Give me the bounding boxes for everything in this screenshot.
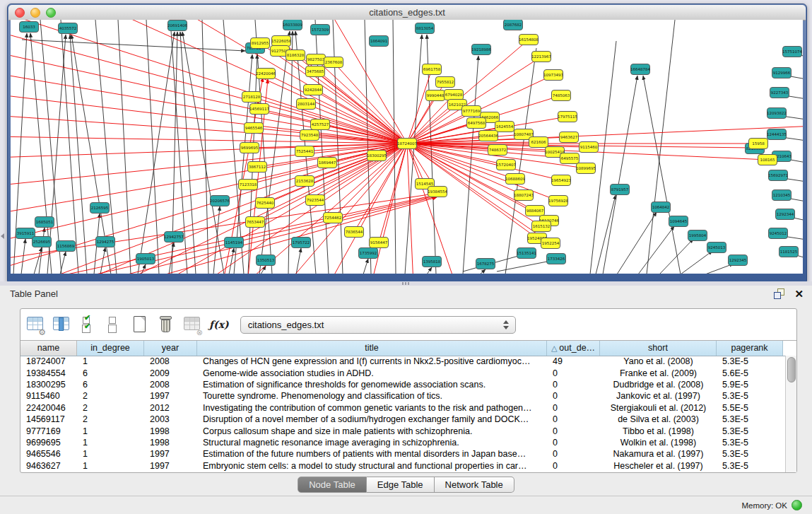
graph-node[interactable]: 9245012 bbox=[769, 228, 788, 239]
graph-node[interactable]: 10973493 bbox=[543, 70, 563, 81]
graph-node[interactable]: 9827503 bbox=[307, 54, 326, 65]
graph-node[interactable]: 6495575 bbox=[560, 153, 579, 164]
graph-node[interactable]: 4035572 bbox=[59, 23, 78, 34]
unselect-all-icon[interactable] bbox=[105, 315, 123, 334]
graph-node[interactable]: 9463627 bbox=[560, 132, 579, 143]
graph-node[interactable]: 9465546 bbox=[245, 123, 264, 134]
graph-node[interactable]: 18300295 bbox=[367, 151, 387, 161]
graph-node[interactable]: 7955812 bbox=[436, 77, 455, 88]
graph-node[interactable]: 7923548 bbox=[300, 130, 319, 141]
graph-node[interactable]: 6961758 bbox=[423, 64, 442, 75]
graph-node[interactable]: 10688609 bbox=[505, 174, 525, 185]
graph-node[interactable]: 19218986 bbox=[471, 45, 491, 55]
graph-node[interactable]: 7525441 bbox=[295, 146, 314, 157]
graph-node[interactable]: 16154808 bbox=[519, 35, 539, 45]
graph-node[interactable]: 15226058 bbox=[271, 36, 291, 47]
column-header-short[interactable]: short bbox=[600, 341, 717, 356]
graph-node[interactable]: 19756928 bbox=[548, 196, 568, 206]
graph-node[interactable]: 2803144 bbox=[297, 99, 316, 110]
graph-node[interactable]: 15751074 bbox=[782, 47, 802, 57]
graph-node[interactable]: 6497568 bbox=[467, 118, 486, 129]
table-row[interactable]: 2242004622012Investigating the contribut… bbox=[20, 402, 786, 414]
graph-node[interactable]: 9245013 bbox=[707, 243, 726, 253]
table-row[interactable]: 1872400712008Changes of HCN gene express… bbox=[20, 356, 786, 367]
graph-node[interactable]: 7486372 bbox=[488, 145, 507, 156]
column-header-year[interactable]: year bbox=[144, 341, 197, 356]
graph-node[interactable]: 12444135 bbox=[767, 129, 787, 140]
graph-node[interactable]: 19654923 bbox=[551, 175, 571, 186]
graph-node[interactable]: 1995804 bbox=[688, 230, 707, 241]
graph-node[interactable]: 14569117 bbox=[249, 104, 269, 115]
graph-node[interactable]: 3915911 bbox=[16, 228, 35, 239]
graph-node[interactable]: 20691406 bbox=[167, 21, 187, 31]
graph-node[interactable]: 3867112 bbox=[248, 162, 267, 173]
graph-node[interactable]: 15692971 bbox=[768, 170, 788, 181]
graph-node[interactable]: 7485063 bbox=[552, 90, 571, 101]
graph-node[interactable]: 9129966 bbox=[772, 68, 792, 78]
graph-node[interactable]: 15135141 bbox=[517, 248, 536, 259]
graph-node[interactable]: 9884067 bbox=[526, 206, 545, 216]
graph-node[interactable]: 16033 bbox=[20, 22, 39, 33]
table-row[interactable]: 969969511998Structural magnetic resonanc… bbox=[20, 437, 786, 448]
graph-node[interactable]: 7653447 bbox=[246, 217, 265, 228]
graph-node[interactable]: 15720407 bbox=[496, 160, 516, 170]
graph-node[interactable]: 18724007 bbox=[397, 139, 417, 149]
graph-node[interactable]: 15958 bbox=[749, 139, 768, 149]
graph-node[interactable]: 1952254 bbox=[541, 238, 560, 249]
graph-node[interactable]: 2126595 bbox=[90, 203, 110, 214]
graph-node[interactable]: 1094645 bbox=[669, 216, 688, 227]
graph-node[interactable]: 1733426 bbox=[547, 254, 566, 264]
table-row[interactable]: 946554611997Estimation of the future num… bbox=[20, 448, 786, 460]
graph-node[interactable]: 3475685 bbox=[306, 66, 325, 77]
graph-node[interactable]: 1145194 bbox=[225, 238, 244, 248]
graph-node[interactable]: 2087682 bbox=[504, 20, 523, 30]
graph-node[interactable]: 7836544 bbox=[345, 227, 364, 238]
table-row[interactable]: 977716911998Corpus callosum shape and si… bbox=[20, 425, 786, 436]
graph-node[interactable]: 18807243 bbox=[514, 190, 534, 201]
tab-node-table[interactable]: Node Table bbox=[298, 477, 367, 493]
delete-column-icon[interactable] bbox=[157, 315, 175, 334]
scrollbar-thumb[interactable] bbox=[787, 357, 796, 382]
graph-node[interactable]: 8813054 bbox=[416, 23, 435, 34]
table-row[interactable]: 1456911722003Disruption of a novel membe… bbox=[20, 414, 786, 425]
graph-node[interactable]: 9115460 bbox=[579, 142, 599, 153]
tab-edge-table[interactable]: Edge Table bbox=[367, 477, 435, 493]
float-panel-icon[interactable] bbox=[774, 288, 784, 299]
tab-network-table[interactable]: Network Table bbox=[435, 477, 514, 493]
delete-table-icon[interactable] bbox=[183, 315, 201, 334]
graph-node[interactable]: 7254462 bbox=[324, 213, 343, 223]
graph-node[interactable]: 9990448 bbox=[426, 90, 445, 101]
graph-node[interactable]: 4257527 bbox=[311, 119, 330, 130]
graph-node[interactable]: 1864091 bbox=[370, 36, 389, 47]
graph-node[interactable]: 1292345 bbox=[729, 255, 748, 266]
table-row[interactable]: 1830029562008Estimation of significance … bbox=[20, 379, 786, 390]
create-column-icon[interactable] bbox=[131, 315, 149, 334]
graph-node[interactable]: 2367608 bbox=[324, 57, 343, 68]
graph-node[interactable]: 22420046 bbox=[256, 69, 276, 79]
citation-network-graph[interactable]: 1603340355722069140616033809785722415723… bbox=[11, 20, 803, 274]
graph-node[interactable]: 8912955 bbox=[251, 38, 270, 49]
graph-node[interactable]: 1181525 bbox=[779, 247, 799, 257]
table-mode-icon[interactable] bbox=[26, 315, 45, 334]
graph-node[interactable]: 9156447 bbox=[370, 238, 389, 248]
graph-node[interactable]: 108165 bbox=[758, 155, 777, 165]
table-row[interactable]: 1938455462009Genome-wide association stu… bbox=[20, 367, 786, 378]
network-canvas[interactable]: 1603340355722069140616033809785722415723… bbox=[11, 20, 803, 274]
graph-node[interactable]: 2153628 bbox=[295, 176, 314, 187]
graph-node[interactable]: 621606 bbox=[529, 137, 548, 148]
graph-node[interactable]: 1292344 bbox=[776, 209, 795, 220]
graph-node[interactable]: 1350513 bbox=[257, 255, 276, 266]
graph-node[interactable]: 20564436 bbox=[478, 131, 498, 141]
graph-node[interactable]: 19384554 bbox=[428, 187, 447, 197]
table-scrollbar[interactable] bbox=[785, 356, 796, 472]
graph-node[interactable]: 1795722 bbox=[292, 238, 311, 248]
column-header-title[interactable]: title bbox=[197, 341, 547, 356]
graph-node[interactable]: 10899695 bbox=[576, 163, 596, 174]
graph-node[interactable]: 1624554 bbox=[495, 122, 514, 132]
table-row[interactable]: 911546021997Tourette syndrome. Phenomeno… bbox=[20, 390, 786, 402]
graph-node[interactable]: 8186328 bbox=[286, 50, 305, 61]
graph-node[interactable]: 1869447 bbox=[318, 158, 337, 168]
function-builder-icon[interactable]: ƒ(x) bbox=[209, 315, 229, 334]
graph-node[interactable]: 9699695 bbox=[240, 143, 259, 153]
graph-node[interactable]: 8791957 bbox=[611, 185, 630, 195]
